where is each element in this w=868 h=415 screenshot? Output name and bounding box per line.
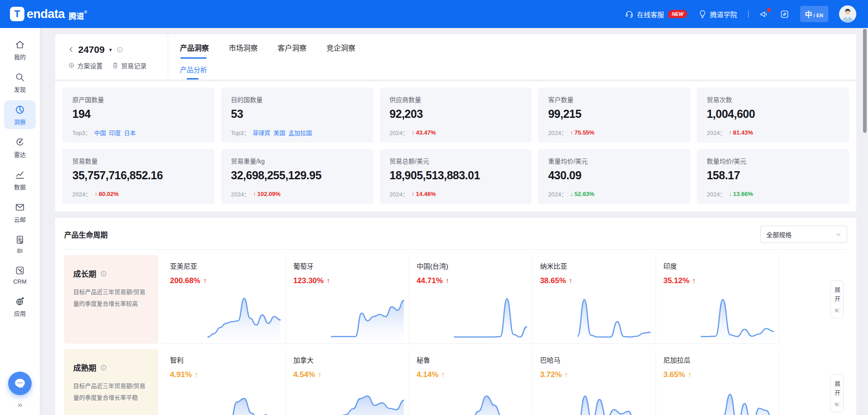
country-label: 智利 (170, 355, 278, 364)
up-arrow-icon: ↑ (692, 277, 696, 285)
plan-id[interactable]: 24709 (78, 44, 104, 55)
trade-records-button[interactable]: 贸易记录 (112, 61, 146, 70)
change-value: 14.46% (416, 191, 436, 197)
logo-text: endata (27, 7, 65, 21)
lifecycle-cell[interactable]: 葡萄牙 123.30%↑ (286, 255, 410, 344)
up-arrow-icon: ↑ (565, 371, 568, 379)
sidebar-collapse-button[interactable]: » (18, 400, 23, 410)
country-label: 尼加拉瓜 (663, 355, 772, 364)
stat-card-title: 贸易次数 (707, 95, 839, 104)
lifecycle-cell[interactable]: 巴哈马 3.72%↑ (533, 349, 656, 415)
tab-product-insight[interactable]: 产品洞察 (180, 42, 209, 59)
spec-filter-select[interactable]: 全部规格 (760, 226, 847, 243)
main-content: 24709 ▼ 方案设置 贸易记录 产品洞察 市场洞察 客户洞察 竞企 (40, 28, 868, 415)
year-label: 2024： (707, 128, 726, 137)
stat-card-value: 430.09 (548, 169, 680, 182)
badge-settings-icon (68, 62, 75, 69)
sidebar-item-discover[interactable]: 发现 (4, 68, 36, 97)
tendata-logo[interactable]: T endata 腾道® (10, 7, 87, 21)
stat-card-trade-total: 贸易总额/美元 18,905,513,883.01 2024： ↑14.46% (380, 149, 532, 204)
sidebar-item-crm[interactable]: CRM (4, 261, 36, 288)
mail-icon (14, 202, 25, 213)
chat-fab-button[interactable] (8, 372, 32, 395)
online-service-label: 在线客服 (637, 9, 664, 19)
lifecycle-cell[interactable]: 智利 4.91%↑ (163, 349, 286, 415)
fullscreen-button[interactable] (780, 9, 789, 19)
new-badge: NEW (668, 10, 687, 18)
expand-button[interactable]: 展开 » (830, 374, 844, 412)
down-arrow-icon: ↓ (570, 191, 573, 197)
lifecycle-cell[interactable]: 加拿大 4.54%↑ (286, 349, 410, 415)
lightbulb-icon (698, 9, 707, 19)
lifecycle-cell[interactable]: 秘鲁 4.14%↑ (410, 349, 533, 415)
header-panel: 24709 ▼ 方案设置 贸易记录 产品洞察 市场洞察 客户洞察 竞企 (55, 34, 856, 79)
lifecycle-cell[interactable]: 纳米比亚 38.65%↑ (533, 255, 656, 344)
avatar[interactable] (839, 5, 856, 23)
sidebar-item-mine[interactable]: 我的 (4, 35, 36, 64)
top3-country-link[interactable]: 菲律宾 (253, 128, 270, 137)
insight-pie-icon (14, 104, 25, 115)
tab-customer-insight[interactable]: 客户洞察 (278, 42, 307, 59)
sidebar-item-apps[interactable]: 应用 (4, 292, 36, 321)
sidebar-item-label: 雷达 (14, 150, 26, 159)
top3-country-link[interactable]: 印度 (109, 128, 121, 137)
subtab-product-analysis[interactable]: 产品分析 (180, 59, 207, 79)
back-icon[interactable] (68, 46, 75, 53)
academy-button[interactable]: 腾道学院 (698, 9, 737, 19)
up-arrow-icon: ↑ (441, 371, 445, 379)
top3-country-link[interactable]: 美国 (274, 128, 285, 137)
up-arrow-icon: ↑ (94, 191, 98, 197)
topbar: T endata 腾道® 在线客服 NEW 腾道学院 中 / EN (0, 0, 868, 28)
stat-card-trade-weight: 贸易重量/kg 32,698,255,129.95 2024： ↑102.09% (221, 149, 373, 204)
top3-label: Top3： (231, 128, 250, 137)
stat-card-value: 35,757,716,852.16 (72, 169, 205, 182)
change-value: 80.02% (99, 191, 118, 197)
sidebar-item-bi[interactable]: BI BI (4, 230, 36, 257)
plan-dropdown-caret-icon[interactable]: ▼ (108, 47, 113, 52)
stat-card-value: 158.17 (707, 169, 839, 182)
change-value: 102.09% (257, 191, 280, 197)
tab-competitor-insight[interactable]: 竞企洞察 (326, 42, 355, 59)
sparkline-chart (453, 387, 528, 415)
lifecycle-cell[interactable]: 中国(台湾) 44.71%↑ (410, 255, 533, 344)
sparkline-chart (699, 387, 775, 415)
top3-country-link[interactable]: 中国 (94, 128, 106, 137)
up-arrow-icon: ↑ (412, 129, 415, 136)
expand-label: 展开 (833, 381, 841, 399)
lifecycle-cell[interactable]: 印度 35.12%↑ (656, 255, 779, 344)
tab-market-insight[interactable]: 市场洞察 (229, 42, 258, 59)
info-icon[interactable] (100, 364, 107, 371)
announcements-button[interactable] (760, 9, 769, 19)
stat-card-value: 92,203 (390, 107, 522, 121)
info-icon[interactable] (100, 270, 107, 277)
sparkline-chart (699, 293, 775, 341)
stat-card-footer: 2024： ↑14.46% (390, 190, 522, 198)
online-service-button[interactable]: 在线客服 NEW (625, 9, 687, 19)
top3-country-link[interactable]: 孟加拉国 (288, 128, 312, 137)
sidebar-item-radar[interactable]: 雷达 (4, 133, 36, 162)
insight-tabs: 产品洞察 市场洞察 客户洞察 竞企洞察 产品分析 (168, 34, 856, 79)
sidebar-item-data[interactable]: 数据 (4, 165, 36, 194)
lifecycle-cell[interactable]: 亚美尼亚 200.68%↑ (163, 255, 286, 344)
plan-settings-button[interactable]: 方案设置 (68, 61, 103, 70)
lifecycle-cell[interactable]: 尼加拉瓜 3.65%↑ (656, 349, 779, 415)
expand-button[interactable]: 展开 » (830, 280, 844, 318)
vertical-scrollbar[interactable] (863, 29, 867, 133)
top3-country-link[interactable]: 日本 (124, 128, 136, 137)
info-icon[interactable] (116, 46, 123, 53)
plan-header: 24709 ▼ 方案设置 贸易记录 (68, 34, 168, 79)
stat-card-title: 贸易重量/kg (231, 156, 363, 165)
language-toggle[interactable]: 中 / EN (800, 6, 828, 22)
sparkline-chart (206, 293, 282, 341)
document-icon (112, 62, 119, 69)
stat-card-value: 194 (72, 107, 205, 121)
down-arrow-icon: ↓ (729, 191, 732, 197)
sidebar-item-label: CRM (13, 278, 27, 285)
growth-pct: 3.72% (540, 370, 561, 379)
sidebar-item-insight[interactable]: 洞察 (4, 100, 36, 129)
lifecycle-panel: 产品生命周期 全部规格 成长期 目标产品近三年贸易额/贸易量的季度复合增长率较高… (55, 218, 856, 415)
registered-mark: ® (84, 10, 87, 14)
sidebar-item-cloudmail[interactable]: 云邮 (4, 198, 36, 227)
sidebar-item-label: 我的 (14, 52, 26, 61)
lang-zh: 中 (805, 9, 812, 19)
